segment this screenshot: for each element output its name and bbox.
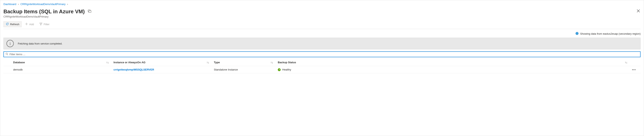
filter-items-box[interactable] <box>4 51 640 57</box>
filter-button: Filter <box>37 22 52 27</box>
funnel-icon <box>39 22 42 26</box>
cell-instance-link[interactable]: crrignitesqlvmp\MSSQLSERVER <box>114 68 154 71</box>
region-indicator: Showing data from eastus2euap (secondary… <box>4 32 640 36</box>
breadcrumb-dashboard[interactable]: Dashboard <box>4 3 16 6</box>
plus-icon <box>25 22 28 26</box>
table-header-row: Database ↑↓ Instance or AlwaysOn AG ↑↓ T… <box>4 59 640 66</box>
add-button: Add <box>23 22 36 27</box>
sort-database-icon[interactable]: ↑↓ <box>104 59 112 66</box>
chevron-right-icon: › <box>67 3 68 6</box>
svg-rect-1 <box>89 11 91 12</box>
cell-database: demodb <box>12 66 104 73</box>
info-banner: i Fetching data from service completed. <box>4 38 640 49</box>
backup-items-table: Database ↑↓ Instance or AlwaysOn AG ↑↓ T… <box>4 59 640 73</box>
search-icon <box>6 53 8 56</box>
status-healthy-icon <box>278 68 280 71</box>
sort-instance-icon[interactable]: ↑↓ <box>205 59 212 66</box>
info-text: Fetching data from service completed. <box>18 42 62 45</box>
col-instance[interactable]: Instance or AlwaysOn AG <box>112 59 205 66</box>
row-actions-button[interactable]: ••• <box>630 66 640 73</box>
page-subtitle: CRRIgniteWorkloadDemoVaultPrimary <box>4 15 640 18</box>
chevron-right-icon: › <box>18 3 19 6</box>
page-title: Backup Items (SQL in Azure VM) <box>4 8 85 15</box>
sort-type-icon[interactable]: ↑↓ <box>269 59 276 66</box>
cell-status: Healthy <box>278 68 622 71</box>
status-text: Healthy <box>282 68 291 71</box>
filter-items-input[interactable] <box>10 53 638 56</box>
add-label: Add <box>29 23 34 26</box>
info-icon: i <box>6 40 14 47</box>
table-row[interactable]: demodb crrignitesqlvmp\MSSQLSERVER Stand… <box>4 66 640 73</box>
breadcrumb: Dashboard › CRRIgniteWorkloadDemoVaultPr… <box>4 3 640 6</box>
breadcrumb-vault[interactable]: CRRIgniteWorkloadDemoVaultPrimary <box>20 3 66 6</box>
col-status[interactable]: Backup Status <box>276 59 623 66</box>
toolbar: Refresh Add Filter <box>4 21 640 29</box>
col-type[interactable]: Type <box>212 59 269 66</box>
col-database[interactable]: Database <box>12 59 104 66</box>
sort-status-icon[interactable]: ↑↓ <box>623 59 630 66</box>
refresh-icon <box>6 22 9 26</box>
globe-icon <box>576 32 579 36</box>
close-button[interactable] <box>636 9 640 13</box>
feedback-icon[interactable] <box>88 9 91 14</box>
cell-type: Standalone Instance <box>212 66 269 73</box>
svg-line-9 <box>8 55 8 55</box>
filter-label: Filter <box>44 23 50 26</box>
region-text: Showing data from eastus2euap (secondary… <box>580 32 640 35</box>
svg-point-8 <box>6 53 8 55</box>
refresh-label: Refresh <box>10 23 20 26</box>
refresh-button[interactable]: Refresh <box>4 21 22 27</box>
